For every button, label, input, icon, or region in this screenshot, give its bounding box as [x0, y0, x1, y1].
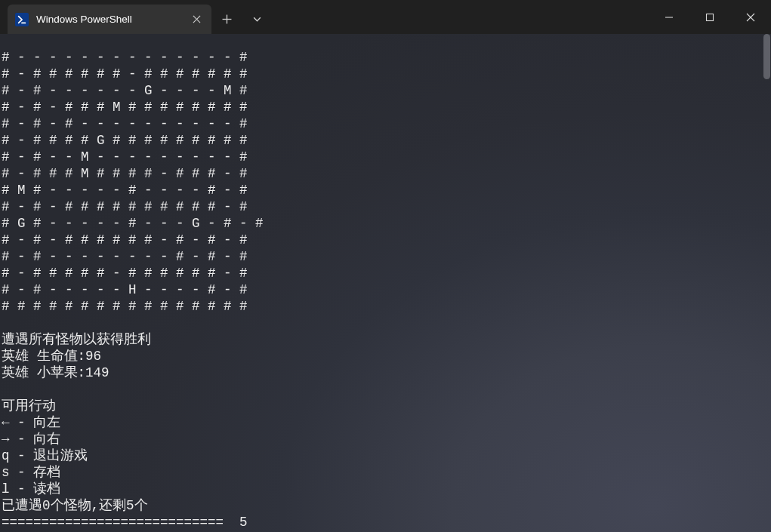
- minimize-button[interactable]: [649, 0, 689, 34]
- svg-rect-6: [707, 14, 714, 20]
- terminal-window: { "tab": { "title": "Windows PowerShell"…: [0, 0, 771, 532]
- tab-title: Windows PowerShell: [36, 14, 180, 25]
- window-controls: [649, 0, 771, 34]
- tab-dropdown-button[interactable]: [242, 5, 272, 34]
- tab-strip: Windows PowerShell: [0, 0, 272, 34]
- terminal-output: # - - - - - - - - - - - - - - # # - # # …: [2, 49, 771, 530]
- new-tab-button[interactable]: [211, 5, 242, 34]
- maximize-button[interactable]: [689, 0, 730, 34]
- titlebar-drag-area[interactable]: [272, 0, 649, 34]
- powershell-icon: [15, 13, 29, 26]
- close-window-button[interactable]: [730, 0, 771, 34]
- tab-close-button[interactable]: [187, 11, 205, 29]
- titlebar: Windows PowerShell: [0, 0, 771, 34]
- terminal-viewport[interactable]: # - - - - - - - - - - - - - - # # - # # …: [0, 34, 771, 532]
- scrollbar-thumb[interactable]: [763, 34, 770, 79]
- tab-powershell[interactable]: Windows PowerShell: [8, 5, 211, 34]
